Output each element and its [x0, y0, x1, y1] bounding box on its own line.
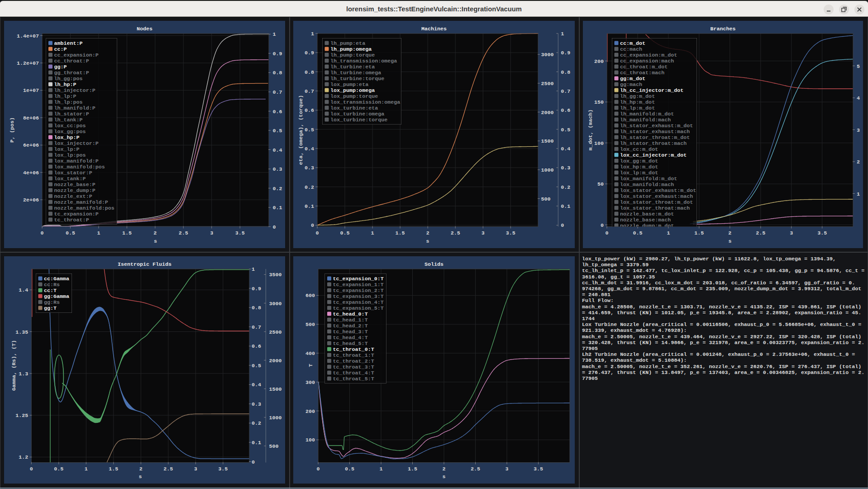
svg-text:lh_lp:P: lh_lp:P [54, 93, 76, 100]
svg-text:500: 500 [541, 196, 551, 202]
svg-text:5: 5 [857, 63, 860, 70]
svg-text:1.5: 1.5 [396, 230, 405, 236]
svg-text:lox_transmission:omega: lox_transmission:omega [330, 99, 400, 105]
svg-text:0.2: 0.2 [252, 420, 261, 427]
svg-text:0.9: 0.9 [252, 286, 261, 292]
svg-text:tc_expansion_0:T: tc_expansion_0:T [333, 276, 384, 282]
svg-text:tc_head_0:T: tc_head_0:T [333, 311, 368, 317]
svg-text:2500: 2500 [541, 81, 554, 87]
svg-text:lox_pump:omega: lox_pump:omega [330, 87, 375, 94]
svg-text:gg:mach: gg:mach [620, 82, 642, 88]
svg-text:Gamma, (Rs), (T): Gamma, (Rs), (T) [11, 340, 17, 391]
svg-text:0.4: 0.4 [273, 147, 282, 153]
svg-text:1.4: 1.4 [19, 287, 28, 293]
svg-text:lh_gg:m_dot: lh_gg:m_dot [620, 93, 655, 100]
svg-text:lox_turbine:torque: lox_turbine:torque [330, 117, 387, 123]
svg-text:lh_stator:P: lh_stator:P [54, 111, 89, 117]
svg-text:lox_stator:P: lox_stator:P [54, 170, 92, 176]
svg-text:3000: 3000 [269, 301, 282, 307]
svg-text:2: 2 [728, 230, 731, 236]
svg-text:cc:Gamma: cc:Gamma [44, 276, 69, 282]
svg-text:tc_throat:P: tc_throat:P [54, 217, 89, 223]
svg-text:1: 1 [857, 191, 860, 197]
svg-text:0.5: 0.5 [561, 127, 570, 133]
svg-text:cc:P: cc:P [54, 46, 67, 53]
svg-text:2: 2 [857, 159, 860, 165]
svg-text:lh_manifold:m_dot: lh_manifold:m_dot [620, 111, 674, 117]
svg-text:tc_head_2:T: tc_head_2:T [333, 323, 368, 329]
svg-text:lox_manifold:mach: lox_manifold:mach [620, 182, 674, 188]
svg-text:0: 0 [601, 222, 604, 229]
svg-text:m_dot, (mach): m_dot, (mach) [587, 109, 594, 150]
svg-text:4: 4 [857, 95, 860, 101]
svg-text:1000: 1000 [269, 415, 282, 421]
svg-text:0: 0 [311, 222, 314, 229]
svg-text:3000: 3000 [541, 52, 554, 58]
svg-text:cc_throat:m_dot: cc_throat:m_dot [620, 64, 668, 70]
svg-text:cc:mach: cc:mach [620, 46, 642, 53]
svg-text:nozzle_manifold:pos: nozzle_manifold:pos [54, 205, 114, 211]
svg-text:lox_pump:torque: lox_pump:torque [330, 93, 378, 100]
svg-text:1e+07: 1e+07 [23, 87, 39, 94]
svg-text:3: 3 [210, 230, 213, 236]
svg-text:1: 1 [252, 266, 255, 273]
svg-text:0: 0 [273, 224, 276, 230]
svg-text:0: 0 [561, 222, 564, 229]
svg-text:1: 1 [273, 31, 276, 38]
svg-text:lox_lp:P: lox_lp:P [54, 146, 80, 153]
svg-text:nozzle_dump:m_dot: nozzle_dump:m_dot [620, 223, 674, 229]
svg-text:s: s [154, 238, 157, 244]
svg-text:1.5: 1.5 [694, 230, 704, 236]
svg-text:lh_gg:pos: lh_gg:pos [54, 76, 83, 82]
svg-text:nozzle_ext:P: nozzle_ext:P [54, 193, 92, 200]
svg-text:Machines: Machines [421, 26, 447, 32]
svg-text:2.5: 2.5 [471, 466, 480, 472]
svg-text:0.1: 0.1 [561, 203, 570, 210]
svg-text:s: s [442, 474, 445, 480]
svg-text:0.3: 0.3 [252, 401, 261, 408]
svg-text:lox_stator_exhaust:mach: lox_stator_exhaust:mach [620, 193, 693, 200]
svg-text:100: 100 [594, 140, 604, 147]
svg-text:lh_stator_exhaust:m_dot: lh_stator_exhaust:m_dot [620, 123, 693, 129]
svg-text:1500: 1500 [269, 386, 282, 393]
svg-text:0.5: 0.5 [252, 363, 261, 369]
svg-text:50: 50 [597, 181, 604, 187]
svg-text:tc_expansion_2:T: tc_expansion_2:T [333, 288, 384, 294]
svg-text:Branches: Branches [710, 26, 735, 32]
svg-text:200: 200 [594, 58, 604, 65]
svg-text:0.8: 0.8 [252, 305, 261, 311]
svg-text:0: 0 [605, 230, 608, 236]
svg-text:cc_throat:P: cc_throat:P [54, 58, 89, 64]
svg-text:0.3: 0.3 [561, 165, 570, 171]
svg-text:lox_stator_throat:m_dot: lox_stator_throat:m_dot [620, 199, 693, 206]
svg-text:lh_tank:P: lh_tank:P [54, 117, 83, 123]
svg-text:nozzle_base:m_dot: nozzle_base:m_dot [620, 211, 674, 217]
svg-text:lox_stator_throat:mach: lox_stator_throat:mach [620, 205, 690, 211]
svg-text:3.5: 3.5 [817, 230, 827, 236]
svg-text:2: 2 [426, 230, 429, 236]
svg-text:2000: 2000 [269, 358, 282, 364]
svg-text:0: 0 [315, 230, 319, 236]
svg-text:0.4: 0.4 [252, 382, 261, 388]
svg-text:4e+06: 4e+06 [23, 170, 39, 176]
svg-text:2: 2 [153, 230, 157, 236]
svg-text:8e+06: 8e+06 [23, 115, 39, 121]
svg-text:tc_expansion_4:T: tc_expansion_4:T [333, 299, 384, 306]
svg-text:1000: 1000 [541, 167, 554, 173]
svg-text:cc:T: cc:T [44, 288, 57, 294]
svg-text:lox_stator_exhaust:m_dot: lox_stator_exhaust:m_dot [620, 187, 696, 194]
svg-text:2.5: 2.5 [451, 230, 460, 236]
svg-text:0: 0 [40, 230, 43, 236]
svg-text:lh_lp:m_dot: lh_lp:m_dot [620, 105, 655, 111]
svg-text:0.2: 0.2 [561, 184, 570, 191]
svg-text:3.5: 3.5 [235, 230, 245, 236]
svg-text:0.5: 0.5 [54, 466, 63, 472]
svg-text:tc_throat_4:T: tc_throat_4:T [333, 370, 374, 376]
svg-text:2000: 2000 [541, 110, 554, 116]
svg-text:gg:Rs: gg:Rs [44, 299, 60, 306]
svg-text:0.7: 0.7 [273, 89, 282, 96]
svg-text:2e+06: 2e+06 [23, 197, 39, 203]
svg-text:ambient:P: ambient:P [54, 40, 83, 47]
svg-text:0.6: 0.6 [561, 107, 570, 114]
svg-text:1.5: 1.5 [408, 466, 417, 472]
